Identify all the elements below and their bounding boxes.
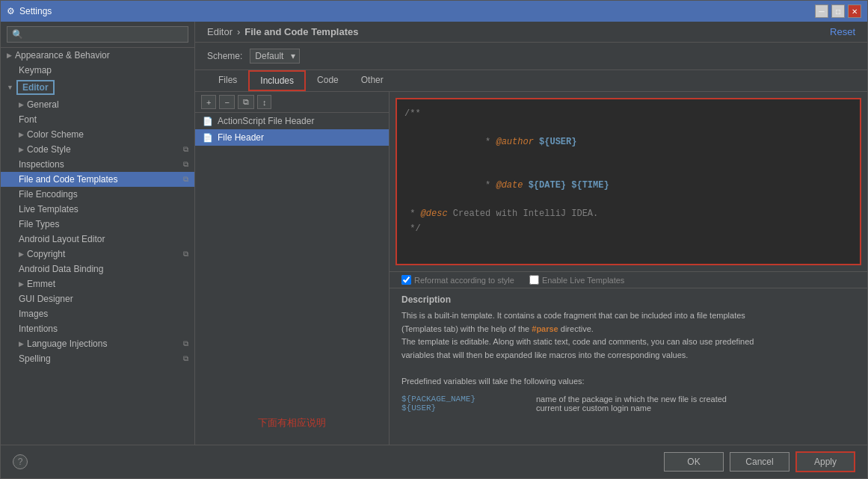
reformat-label: Reformat according to style xyxy=(414,276,514,285)
main-content: ▶ Appearance & Behavior Keymap ▼ Editor … xyxy=(1,22,867,445)
sidebar-item-label: Copyright xyxy=(27,249,65,259)
code-line-4: * @desc Created with IntelliJ IDEA. xyxy=(404,207,852,221)
description-title: Description xyxy=(401,294,855,305)
sidebar-item-copyright[interactable]: ▶ Copyright ⧉ xyxy=(1,247,194,262)
expand-arrow: ▶ xyxy=(19,280,24,288)
sidebar-item-font[interactable]: Font xyxy=(1,112,194,127)
ok-button[interactable]: OK xyxy=(664,452,724,472)
annotation-note: 下面有相应说明 xyxy=(195,401,389,445)
code-comment: * @author xyxy=(480,137,539,147)
editor-area: + − ⧉ ↕ 📄 ActionScript File Header 📄 Fil… xyxy=(195,92,867,445)
expand-arrow: ▶ xyxy=(19,250,24,258)
expand-arrow: ▶ xyxy=(19,146,24,153)
search-input[interactable] xyxy=(7,26,188,43)
file-icon: 📄 xyxy=(203,117,213,126)
tab-other[interactable]: Other xyxy=(350,70,395,91)
sidebar-item-editor[interactable]: ▼ Editor xyxy=(1,78,194,97)
code-line-2: * @author ${USER} xyxy=(404,121,852,164)
breadcrumb-current: File and Code Templates xyxy=(244,26,358,37)
scheme-select-wrap: Default xyxy=(250,49,300,64)
sidebar-item-filetypes[interactable]: File Types xyxy=(1,217,194,232)
search-box xyxy=(1,22,194,48)
code-line-3: * @date ${DATE} ${TIME} xyxy=(404,164,852,208)
code-var-user: ${USER} xyxy=(539,137,576,147)
desc-var-desc-0: name of the package in which the new fil… xyxy=(536,395,727,404)
sidebar-item-label: GUI Designer xyxy=(19,294,73,304)
desc-text-4: variables that will then be expanded lik… xyxy=(401,350,688,359)
sidebar-tree: ▶ Appearance & Behavior Keymap ▼ Editor … xyxy=(1,48,194,445)
copy-icon: ⧉ xyxy=(183,250,188,259)
template-item-fileheader[interactable]: 📄 File Header xyxy=(195,129,389,146)
code-editor[interactable]: /** * @author ${USER} * @date ${DATE} ${… xyxy=(395,98,861,265)
move-template-button[interactable]: ↕ xyxy=(257,95,272,109)
expand-arrow: ▶ xyxy=(7,52,12,59)
sidebar-item-images[interactable]: Images xyxy=(1,306,194,321)
apply-button[interactable]: Apply xyxy=(795,451,855,472)
sidebar-item-inspections[interactable]: Inspections ⧉ xyxy=(1,157,194,172)
code-var-date: ${DATE} ${TIME} xyxy=(529,180,609,191)
sidebar-item-label: Inspections xyxy=(19,159,64,170)
main-panel: Editor › File and Code Templates Reset S… xyxy=(195,22,867,445)
live-templates-option[interactable]: Enable Live Templates xyxy=(529,275,624,285)
description-body: This is a built-in template. It contains… xyxy=(401,309,855,389)
sidebar-item-label: File and Code Templates xyxy=(19,174,118,185)
breadcrumb-bar: Editor › File and Code Templates Reset xyxy=(195,22,867,43)
close-button[interactable]: ✕ xyxy=(848,4,861,18)
window-title: Settings xyxy=(19,6,815,16)
expand-arrow: ▶ xyxy=(19,131,24,138)
add-template-button[interactable]: + xyxy=(201,95,216,109)
template-item-label: File Header xyxy=(218,132,264,143)
list-toolbar: + − ⧉ ↕ xyxy=(195,92,389,113)
sidebar-item-spelling[interactable]: Spelling ⧉ xyxy=(1,351,194,366)
sidebar-item-guidesigner[interactable]: GUI Designer xyxy=(1,291,194,306)
minimize-button[interactable]: ─ xyxy=(815,4,828,18)
scheme-select[interactable]: Default xyxy=(250,49,300,64)
copy-icon: ⧉ xyxy=(183,354,188,363)
code-line-5: */ xyxy=(404,222,852,236)
sidebar-item-androidlayout[interactable]: Android Layout Editor xyxy=(1,232,194,247)
sidebar-item-filecodetemplates[interactable]: File and Code Templates ⧉ xyxy=(1,172,194,187)
sidebar-item-appearance[interactable]: ▶ Appearance & Behavior xyxy=(1,48,194,63)
code-comment: * @date xyxy=(480,180,529,191)
sidebar-item-fileencodings[interactable]: File Encodings xyxy=(1,187,194,202)
parse-directive: #parse xyxy=(532,324,558,333)
maximize-button[interactable]: □ xyxy=(831,4,845,18)
desc-var-key-1: ${USER} xyxy=(401,404,521,412)
description-area: Description This is a built-in template.… xyxy=(390,288,867,445)
tab-code[interactable]: Code xyxy=(306,70,350,91)
tab-files[interactable]: Files xyxy=(207,70,248,91)
sidebar-item-livetemplates[interactable]: Live Templates xyxy=(1,202,194,217)
sidebar-item-label: Font xyxy=(19,114,37,125)
live-templates-checkbox[interactable] xyxy=(529,275,539,285)
reformat-option[interactable]: Reformat according to style xyxy=(401,275,514,285)
sidebar-item-langinjections[interactable]: ▶ Language Injections ⧉ xyxy=(1,336,194,351)
copy-icon: ⧉ xyxy=(183,339,188,348)
desc-text-2: (Templates tab) with the help of the #pa… xyxy=(401,324,594,333)
sidebar-item-label: File Encodings xyxy=(19,189,78,200)
sidebar-item-intentions[interactable]: Intentions xyxy=(1,321,194,336)
scheme-label: Scheme: xyxy=(207,51,242,61)
sidebar-item-label: Code Style xyxy=(27,144,71,155)
help-button[interactable]: ? xyxy=(13,454,28,469)
tab-includes[interactable]: Includes xyxy=(248,70,306,91)
sidebar-item-label: Images xyxy=(19,309,48,319)
sidebar-item-label: Android Data Binding xyxy=(19,264,103,274)
sidebar-item-colorscheme[interactable]: ▶ Color Scheme xyxy=(1,127,194,142)
settings-window: ⚙ Settings ─ □ ✕ ▶ Appearance & Behavior… xyxy=(0,0,868,479)
remove-template-button[interactable]: − xyxy=(219,95,234,109)
reset-link[interactable]: Reset xyxy=(830,26,855,37)
sidebar-item-general[interactable]: ▶ General xyxy=(1,97,194,112)
sidebar-editor-label: Editor xyxy=(16,80,55,95)
sidebar-item-androiddatabinding[interactable]: Android Data Binding xyxy=(1,262,194,276)
sidebar-item-keymap[interactable]: Keymap xyxy=(1,63,194,78)
app-icon: ⚙ xyxy=(7,6,15,16)
copy-template-button[interactable]: ⧉ xyxy=(238,95,254,109)
reformat-checkbox[interactable] xyxy=(401,275,411,285)
expand-arrow: ▶ xyxy=(19,101,24,108)
sidebar-item-emmet[interactable]: ▶ Emmet xyxy=(1,276,194,291)
cancel-button[interactable]: Cancel xyxy=(730,452,789,472)
copy-icon: ⧉ xyxy=(183,160,188,169)
footer: ? OK Cancel Apply xyxy=(1,445,867,478)
sidebar-item-codestyle[interactable]: ▶ Code Style ⧉ xyxy=(1,142,194,157)
template-item-actionscript[interactable]: 📄 ActionScript File Header xyxy=(195,113,389,129)
